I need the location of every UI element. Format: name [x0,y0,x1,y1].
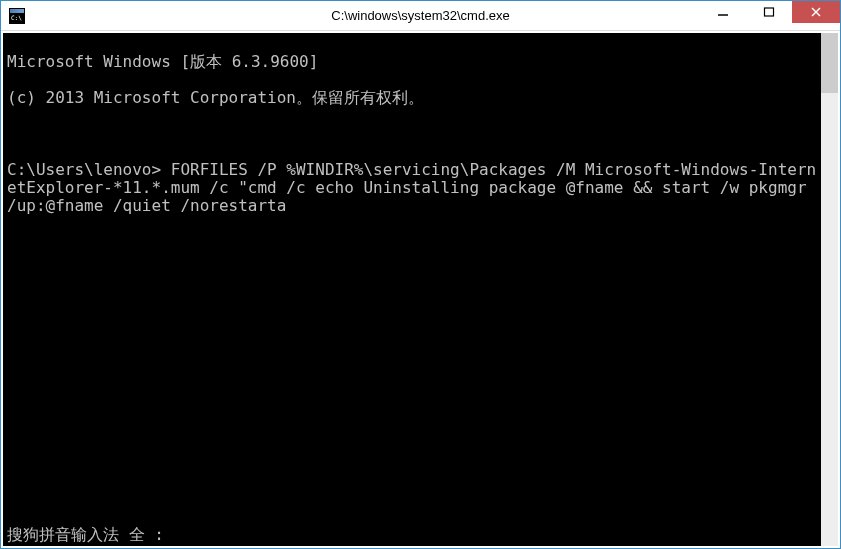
minimize-icon [717,6,729,18]
output-line: Microsoft Windows [版本 6.3.9600] [7,53,817,71]
command-line: C:\Users\lenovo> FORFILES /P %WINDIR%\se… [7,161,817,215]
close-button[interactable] [792,1,840,23]
close-icon [810,6,822,18]
cmd-icon [9,8,25,24]
cmd-window: C:\windows\system32\cmd.exe Microsoft Wi… [0,0,841,549]
terminal-output[interactable]: Microsoft Windows [版本 6.3.9600] (c) 2013… [3,33,821,546]
minimize-button[interactable] [700,1,746,23]
blank-line [7,125,817,143]
output-line: (c) 2013 Microsoft Corporation。保留所有权利。 [7,89,817,107]
window-controls [700,1,840,30]
svg-rect-1 [765,8,774,16]
maximize-button[interactable] [746,1,792,23]
vertical-scrollbar[interactable] [821,33,838,546]
ime-status: 搜狗拼音输入法 全 : [7,526,164,544]
scrollbar-thumb[interactable] [821,33,838,93]
terminal-area: Microsoft Windows [版本 6.3.9600] (c) 2013… [1,31,840,548]
titlebar[interactable]: C:\windows\system32\cmd.exe [1,1,840,31]
window-title: C:\windows\system32\cmd.exe [331,8,509,23]
maximize-icon [763,6,775,18]
